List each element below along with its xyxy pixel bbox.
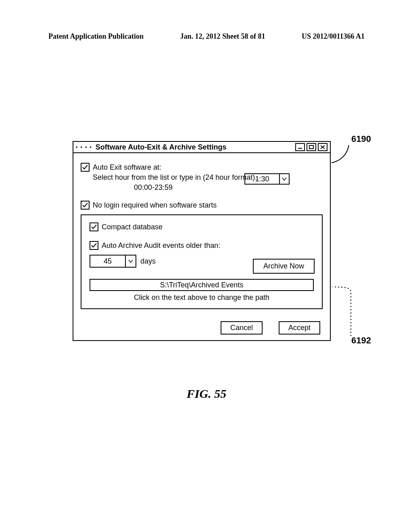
archive-panel: Compact database Auto Archive Audit even… xyxy=(81,214,323,309)
figure-area: 6190 6192 • • • • Software Auto-Exit & A… xyxy=(73,141,331,341)
header-right: US 2012/0011366 A1 xyxy=(302,32,365,41)
checkmark-icon xyxy=(91,242,97,249)
dialog-body: Auto Exit software at: 1:30 Select hour … xyxy=(73,153,330,316)
no-login-row: No login required when software starts xyxy=(81,201,323,210)
time-range-hint: 00:00-23:59 xyxy=(81,183,226,192)
compact-checkbox[interactable] xyxy=(90,222,98,231)
reference-numeral-6190: 6190 xyxy=(351,134,371,144)
cancel-button[interactable]: Cancel xyxy=(221,321,263,335)
auto-archive-row: Auto Archive Audit events older than: xyxy=(90,241,314,250)
app-icon: • • • • xyxy=(76,144,92,150)
svg-rect-1 xyxy=(309,145,313,149)
archive-path-field[interactable]: S:\TriTeq\Archived Events xyxy=(90,279,314,291)
minimize-icon xyxy=(297,145,303,150)
time-input[interactable]: 1:30 xyxy=(244,173,280,185)
auto-exit-label: Auto Exit software at: xyxy=(93,163,161,172)
figure-caption: FIG. 55 xyxy=(0,387,413,401)
settings-dialog: • • • • Software Auto-Exit & Archive Set… xyxy=(73,141,331,341)
minimize-button[interactable] xyxy=(295,143,305,151)
time-dropdown-button[interactable] xyxy=(280,173,290,185)
dialog-button-row: Cancel Accept xyxy=(73,316,330,340)
no-login-label: No login required when software starts xyxy=(93,201,217,210)
compact-row: Compact database xyxy=(90,222,314,231)
no-login-checkbox[interactable] xyxy=(81,201,90,210)
chevron-down-icon xyxy=(282,177,287,181)
auto-exit-checkbox[interactable] xyxy=(81,163,90,172)
checkmark-icon xyxy=(82,202,88,208)
titlebar: • • • • Software Auto-Exit & Archive Set… xyxy=(73,142,330,153)
window-title: Software Auto-Exit & Archive Settings xyxy=(96,143,227,152)
page-header: Patent Application Publication Jan. 12, … xyxy=(48,32,365,41)
lead-line-6190-icon xyxy=(331,144,355,164)
close-icon xyxy=(320,145,325,150)
days-input[interactable]: 45 xyxy=(90,255,126,268)
days-dropdown-button[interactable] xyxy=(126,255,136,268)
time-combo: 1:30 xyxy=(244,173,290,185)
chevron-down-icon xyxy=(128,259,133,263)
window-controls xyxy=(295,143,327,151)
header-left: Patent Application Publication xyxy=(48,32,144,41)
titlebar-left: • • • • Software Auto-Exit & Archive Set… xyxy=(76,143,227,152)
archive-now-button[interactable]: Archive Now xyxy=(253,259,315,274)
days-unit-label: days xyxy=(140,257,156,266)
svg-rect-0 xyxy=(298,148,302,149)
compact-label: Compact database xyxy=(102,223,163,231)
header-center: Jan. 12, 2012 Sheet 58 of 81 xyxy=(180,32,265,41)
checkmark-icon xyxy=(82,164,88,170)
close-button[interactable] xyxy=(318,143,327,151)
auto-archive-checkbox[interactable] xyxy=(90,241,98,250)
checkmark-icon xyxy=(91,224,97,230)
maximize-button[interactable] xyxy=(307,143,316,151)
lead-line-6192-icon xyxy=(331,285,355,337)
maximize-icon xyxy=(309,145,314,150)
accept-button[interactable]: Accept xyxy=(279,321,320,335)
auto-archive-label: Auto Archive Audit events older than: xyxy=(102,241,220,250)
archive-path-hint: Click on the text above to change the pa… xyxy=(90,293,314,302)
auto-exit-row: Auto Exit software at: xyxy=(81,163,323,172)
